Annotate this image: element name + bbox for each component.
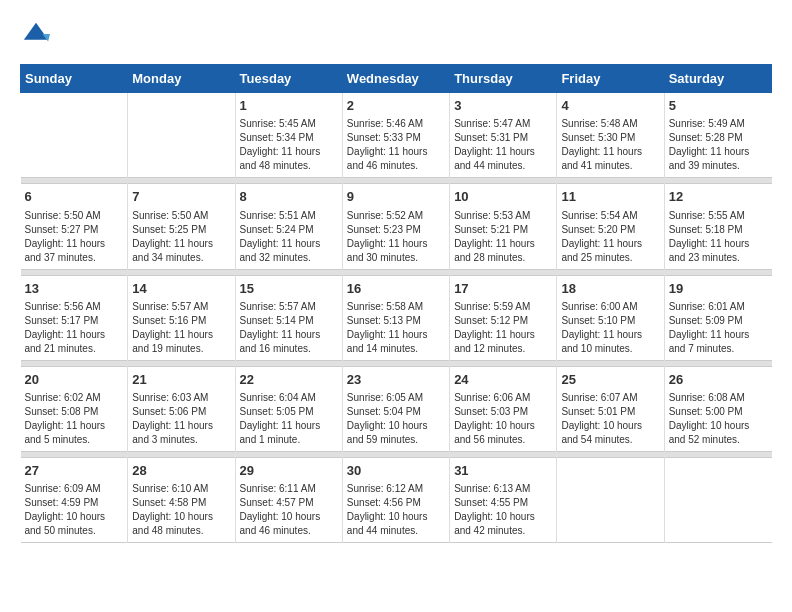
day-info: Daylight: 11 hours <box>25 328 124 342</box>
day-info: and 14 minutes. <box>347 342 445 356</box>
day-number: 2 <box>347 97 445 115</box>
day-cell <box>557 457 664 542</box>
day-info: Sunrise: 6:06 AM <box>454 391 552 405</box>
day-info: Daylight: 11 hours <box>669 328 768 342</box>
day-info: and 37 minutes. <box>25 251 124 265</box>
day-cell <box>128 93 235 178</box>
day-info: Sunset: 5:24 PM <box>240 223 338 237</box>
day-number: 27 <box>25 462 124 480</box>
day-cell: 3Sunrise: 5:47 AMSunset: 5:31 PMDaylight… <box>450 93 557 178</box>
day-number: 19 <box>669 280 768 298</box>
day-info: Daylight: 10 hours <box>669 419 768 433</box>
day-info: Daylight: 10 hours <box>454 419 552 433</box>
day-number: 31 <box>454 462 552 480</box>
day-info: and 12 minutes. <box>454 342 552 356</box>
day-info: Sunset: 5:05 PM <box>240 405 338 419</box>
week-row-4: 20Sunrise: 6:02 AMSunset: 5:08 PMDayligh… <box>21 366 772 451</box>
day-info: and 28 minutes. <box>454 251 552 265</box>
day-info: Daylight: 10 hours <box>454 510 552 524</box>
day-info: Daylight: 11 hours <box>454 237 552 251</box>
day-info: Daylight: 11 hours <box>132 328 230 342</box>
week-row-1: 1Sunrise: 5:45 AMSunset: 5:34 PMDaylight… <box>21 93 772 178</box>
day-info: Sunrise: 6:07 AM <box>561 391 659 405</box>
day-info: and 44 minutes. <box>347 524 445 538</box>
day-cell: 16Sunrise: 5:58 AMSunset: 5:13 PMDayligh… <box>342 275 449 360</box>
day-cell: 2Sunrise: 5:46 AMSunset: 5:33 PMDaylight… <box>342 93 449 178</box>
day-info: and 30 minutes. <box>347 251 445 265</box>
day-number: 5 <box>669 97 768 115</box>
day-cell: 17Sunrise: 5:59 AMSunset: 5:12 PMDayligh… <box>450 275 557 360</box>
day-info: and 34 minutes. <box>132 251 230 265</box>
day-info: Sunrise: 5:50 AM <box>25 209 124 223</box>
day-number: 4 <box>561 97 659 115</box>
day-info: Sunrise: 5:52 AM <box>347 209 445 223</box>
day-info: Sunset: 5:23 PM <box>347 223 445 237</box>
day-info: Sunrise: 5:46 AM <box>347 117 445 131</box>
day-cell: 12Sunrise: 5:55 AMSunset: 5:18 PMDayligh… <box>664 184 771 269</box>
day-info: Sunset: 5:06 PM <box>132 405 230 419</box>
day-cell: 20Sunrise: 6:02 AMSunset: 5:08 PMDayligh… <box>21 366 128 451</box>
day-info: Sunrise: 6:01 AM <box>669 300 768 314</box>
day-cell: 19Sunrise: 6:01 AMSunset: 5:09 PMDayligh… <box>664 275 771 360</box>
day-number: 14 <box>132 280 230 298</box>
day-info: Sunset: 4:55 PM <box>454 496 552 510</box>
day-cell: 22Sunrise: 6:04 AMSunset: 5:05 PMDayligh… <box>235 366 342 451</box>
day-info: Sunrise: 6:13 AM <box>454 482 552 496</box>
day-cell: 29Sunrise: 6:11 AMSunset: 4:57 PMDayligh… <box>235 457 342 542</box>
day-info: Sunset: 5:10 PM <box>561 314 659 328</box>
day-info: Sunrise: 6:00 AM <box>561 300 659 314</box>
day-cell: 4Sunrise: 5:48 AMSunset: 5:30 PMDaylight… <box>557 93 664 178</box>
day-info: Sunset: 5:30 PM <box>561 131 659 145</box>
day-cell: 10Sunrise: 5:53 AMSunset: 5:21 PMDayligh… <box>450 184 557 269</box>
day-info: Daylight: 11 hours <box>669 145 768 159</box>
day-info: Sunset: 5:12 PM <box>454 314 552 328</box>
day-info: and 1 minute. <box>240 433 338 447</box>
day-info: Sunset: 5:28 PM <box>669 131 768 145</box>
day-info: and 19 minutes. <box>132 342 230 356</box>
day-cell: 23Sunrise: 6:05 AMSunset: 5:04 PMDayligh… <box>342 366 449 451</box>
day-info: and 3 minutes. <box>132 433 230 447</box>
day-cell: 24Sunrise: 6:06 AMSunset: 5:03 PMDayligh… <box>450 366 557 451</box>
day-info: Sunrise: 6:02 AM <box>25 391 124 405</box>
day-info: and 44 minutes. <box>454 159 552 173</box>
day-info: Daylight: 11 hours <box>240 419 338 433</box>
day-number: 20 <box>25 371 124 389</box>
day-info: Sunrise: 5:49 AM <box>669 117 768 131</box>
day-cell: 13Sunrise: 5:56 AMSunset: 5:17 PMDayligh… <box>21 275 128 360</box>
day-cell <box>21 93 128 178</box>
day-info: Sunset: 5:31 PM <box>454 131 552 145</box>
day-number: 30 <box>347 462 445 480</box>
day-cell: 27Sunrise: 6:09 AMSunset: 4:59 PMDayligh… <box>21 457 128 542</box>
day-number: 9 <box>347 188 445 206</box>
day-info: Sunrise: 5:54 AM <box>561 209 659 223</box>
day-info: Daylight: 11 hours <box>454 328 552 342</box>
day-info: and 42 minutes. <box>454 524 552 538</box>
day-number: 17 <box>454 280 552 298</box>
header-sunday: Sunday <box>21 65 128 93</box>
day-info: and 59 minutes. <box>347 433 445 447</box>
day-number: 1 <box>240 97 338 115</box>
header-thursday: Thursday <box>450 65 557 93</box>
day-number: 22 <box>240 371 338 389</box>
day-info: Sunrise: 6:05 AM <box>347 391 445 405</box>
day-cell: 5Sunrise: 5:49 AMSunset: 5:28 PMDaylight… <box>664 93 771 178</box>
day-info: Daylight: 11 hours <box>240 328 338 342</box>
day-cell: 6Sunrise: 5:50 AMSunset: 5:27 PMDaylight… <box>21 184 128 269</box>
day-cell: 30Sunrise: 6:12 AMSunset: 4:56 PMDayligh… <box>342 457 449 542</box>
day-info: Daylight: 11 hours <box>347 328 445 342</box>
day-info: and 25 minutes. <box>561 251 659 265</box>
day-cell: 1Sunrise: 5:45 AMSunset: 5:34 PMDaylight… <box>235 93 342 178</box>
day-info: and 16 minutes. <box>240 342 338 356</box>
day-info: Sunrise: 6:03 AM <box>132 391 230 405</box>
day-info: and 39 minutes. <box>669 159 768 173</box>
day-number: 23 <box>347 371 445 389</box>
week-row-5: 27Sunrise: 6:09 AMSunset: 4:59 PMDayligh… <box>21 457 772 542</box>
day-info: and 48 minutes. <box>132 524 230 538</box>
day-info: Sunset: 4:56 PM <box>347 496 445 510</box>
day-info: Daylight: 10 hours <box>347 419 445 433</box>
day-info: Daylight: 11 hours <box>561 328 659 342</box>
day-info: Daylight: 11 hours <box>240 237 338 251</box>
day-info: and 21 minutes. <box>25 342 124 356</box>
day-info: and 5 minutes. <box>25 433 124 447</box>
day-info: Sunset: 5:20 PM <box>561 223 659 237</box>
